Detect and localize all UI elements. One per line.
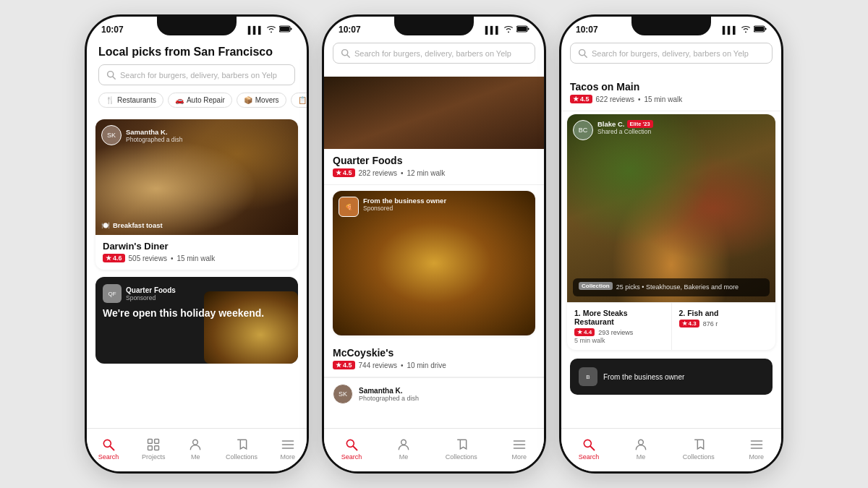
cri-1-title: 1. More Steaks Restaurant — [574, 309, 664, 326]
samantha-name: Samantha K. — [126, 128, 182, 136]
status-icons-3: ▌▌▌ — [723, 25, 767, 34]
phones-container: 10:07 ▌▌▌ Local picks from San Francisco… — [0, 0, 868, 488]
darwins-reviews: 505 reviews — [129, 254, 167, 262]
from-biz-text: From the business owner — [603, 373, 684, 381]
svg-rect-16 — [517, 27, 527, 31]
nav-search-3[interactable]: Search — [579, 437, 600, 461]
wifi-icon-1 — [266, 25, 276, 34]
collection-count: 25 picks • Steakhouse, Bakeries and more — [616, 283, 739, 291]
mccoyskies-rating: ★ 4.5 — [333, 361, 355, 369]
tacos-on-main-card[interactable]: Tacos on Main ★ 4.5 622 reviews • 15 min… — [561, 75, 781, 111]
tacos-star-icon: ★ — [573, 95, 579, 103]
collection-item-1[interactable]: 1. More Steaks Restaurant ★ 4.4 293 revi… — [567, 303, 672, 350]
cri-1-star: ★ — [577, 329, 582, 335]
quarter-foods-name: Quarter Foods — [333, 155, 535, 166]
search-placeholder-3: Search for burgers, delivery, barbers on… — [592, 49, 749, 58]
nav-search-1[interactable]: Search — [98, 437, 119, 461]
sponsored-info: Quarter Foods Sponsored — [126, 286, 176, 301]
blake-info: Blake C. Elite '23 Shared a Collection — [597, 120, 653, 135]
sponsored-overlay: QF Quarter Foods Sponsored We're open th… — [95, 277, 298, 364]
collection-food-bg — [567, 114, 775, 302]
category-pills-1: 🍴 Restaurants 🚗 Auto Repair 📦 Movers 📋 — [98, 93, 295, 108]
svg-point-33 — [639, 440, 644, 445]
svg-line-30 — [584, 55, 587, 57]
darwins-distance: 15 min walk — [176, 254, 215, 262]
blake-collection-card[interactable]: BC Blake C. Elite '23 Shared a Collectio… — [567, 114, 775, 350]
p2-search-section: Search for burgers, delivery, barbers on… — [324, 40, 544, 77]
search-bar-3[interactable]: Search for burgers, delivery, barbers on… — [570, 43, 773, 64]
phone-notch-1 — [157, 17, 237, 35]
svg-rect-17 — [528, 28, 529, 30]
status-icons-2: ▌▌▌ — [485, 25, 529, 34]
nav-collections-1[interactable]: Collections — [226, 437, 258, 461]
svg-rect-9 — [148, 445, 153, 450]
nav-me-3[interactable]: Me — [634, 437, 648, 461]
mccoyskies-distance: 10 min drive — [407, 361, 446, 369]
sponsored-logo: QF — [103, 284, 122, 303]
darwins-rating: ★ 4.6 — [103, 254, 125, 262]
phone-2-bottom-nav: Search Me Collections More — [324, 428, 544, 471]
quarter-foods-rating: ★ 4.5 — [333, 168, 355, 177]
nav-me-2[interactable]: Me — [396, 437, 411, 461]
pill-movers[interactable]: 📦 Movers — [237, 93, 286, 108]
search-nav-icon-2 — [344, 437, 359, 452]
restaurants-icon: 🍴 — [106, 96, 114, 104]
star-icon-mc: ★ — [336, 361, 341, 369]
collection-header: Collection 25 picks • Steakhouse, Bakeri… — [579, 282, 764, 291]
nav-more-1[interactable]: More — [281, 437, 296, 461]
samantha-avatar: SK — [101, 125, 122, 145]
samantha-action-2: Photographed a dish — [359, 395, 419, 402]
search-placeholder-1: Search for burgers, delivery, barbers on… — [120, 71, 277, 80]
nav-me-1[interactable]: Me — [188, 437, 203, 461]
p2-top-food-image — [324, 77, 544, 149]
from-biz-logo: B — [579, 367, 597, 386]
nav-more-3[interactable]: More — [749, 437, 765, 461]
svg-rect-2 — [291, 28, 292, 30]
cri-2-title: 2. Fish and — [679, 309, 769, 317]
nav-search-2[interactable]: Search — [341, 437, 362, 461]
from-biz-card[interactable]: B From the business owner — [570, 359, 773, 395]
darwins-user-overlay: SK Samantha K. Photographed a dish — [101, 125, 182, 145]
blake-name: Blake C. Elite '23 — [597, 120, 653, 128]
tacos-reviews: 622 reviews — [596, 95, 634, 103]
mccoyskies-name: McCoyskie's — [333, 347, 535, 359]
cri-2-star: ★ — [682, 320, 687, 327]
search-bar-1[interactable]: Search for burgers, delivery, barbers on… — [98, 64, 295, 85]
battery-icon-1 — [279, 25, 292, 34]
nav-more-2[interactable]: More — [512, 437, 527, 461]
blake-avatar: BC — [573, 120, 593, 140]
card-darwins-diner[interactable]: SK Samantha K. Photographed a dish 🍽️ Br… — [95, 119, 298, 270]
phone-2: 10:07 ▌▌▌ Search for burgers, delivery, … — [322, 14, 546, 474]
collection-banner: Collection 25 picks • Steakhouse, Bakeri… — [573, 278, 770, 296]
samantha-dish-row[interactable]: SK Samantha K. Photographed a dish — [324, 377, 544, 410]
search-bar-2[interactable]: Search for burgers, delivery, barbers on… — [333, 43, 535, 64]
svg-line-4 — [113, 77, 115, 79]
samantha-name-2: Samantha K. — [359, 387, 419, 395]
phone-3: 10:07 ▌▌▌ Search for burgers, delivery, … — [559, 14, 783, 474]
mccoyskies-card[interactable]: McCoyskie's ★ 4.5 744 reviews • 10 min d… — [324, 341, 544, 377]
quarter-foods-card[interactable]: Quarter Foods ★ 4.5 282 reviews • 12 min… — [324, 149, 544, 185]
mccoyskies-meta: ★ 4.5 744 reviews • 10 min drive — [333, 361, 535, 369]
pill-more-categories[interactable]: 📋 — [291, 93, 307, 108]
pill-restaurants[interactable]: 🍴 Restaurants — [98, 93, 163, 108]
nav-collections-3[interactable]: Collections — [683, 437, 715, 461]
cri-1-meta: ★ 4.4 293 reviews — [574, 328, 664, 336]
p3-search-section: Search for burgers, delivery, barbers on… — [561, 40, 781, 75]
darwins-food-label: 🍽️ Breakfast toast — [101, 221, 163, 229]
svg-point-22 — [401, 440, 407, 445]
darwins-info: Darwin's Diner ★ 4.6 505 reviews • 15 mi… — [95, 235, 298, 270]
status-time-3: 10:07 — [576, 25, 598, 35]
svg-point-5 — [103, 440, 111, 447]
collection-item-2[interactable]: 2. Fish and ★ 4.3 876 r — [672, 303, 776, 350]
mccoyskies-reviews: 744 reviews — [359, 361, 397, 369]
sponsored-pizza-card[interactable]: 🍕 From the business owner Sponsored — [333, 191, 535, 335]
star-icon-2: ★ — [336, 169, 341, 176]
nav-projects-1[interactable]: Projects — [142, 437, 166, 461]
nav-collections-2[interactable]: Collections — [446, 437, 477, 461]
cri-1-distance: 5 min walk — [574, 337, 664, 344]
collections-nav-icon-3 — [692, 437, 706, 452]
sponsored-card-1[interactable]: QF Quarter Foods Sponsored We're open th… — [95, 277, 298, 364]
p1-title: Local picks from San Francisco — [98, 46, 295, 59]
svg-point-20 — [346, 440, 354, 447]
pill-auto-repair[interactable]: 🚗 Auto Repair — [168, 93, 232, 108]
